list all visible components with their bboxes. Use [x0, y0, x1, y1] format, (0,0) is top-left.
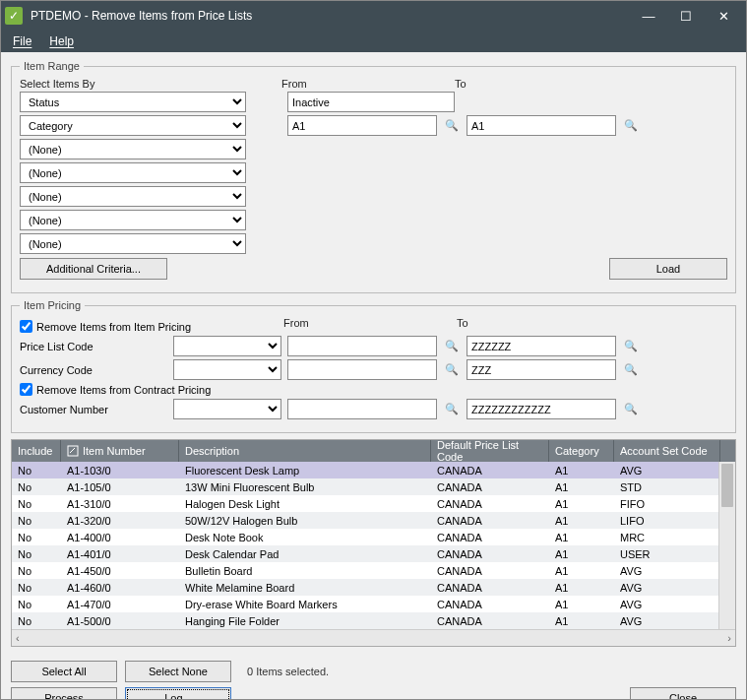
label-from-pricing: From	[283, 317, 457, 334]
item-pricing-group: Item Pricing Remove Items from Item Pric…	[11, 299, 736, 433]
lookup-icon[interactable]: 🔍	[622, 338, 640, 355]
table-row[interactable]: NoA1-460/0White Melamine BoardCANADAA1AV…	[12, 579, 735, 596]
process-button[interactable]: Process	[11, 687, 117, 700]
label-cc: Currency Code	[20, 364, 167, 376]
scrollbar-vertical[interactable]	[718, 462, 735, 629]
scroll-right-icon[interactable]: ›	[727, 632, 731, 644]
plc-to[interactable]	[467, 336, 616, 356]
label-to: To	[455, 78, 467, 90]
select-by-5[interactable]: (None)	[20, 210, 246, 230]
table-row[interactable]: NoA1-450/0Bulletin BoardCANADAA1AVG	[12, 562, 735, 579]
chk-remove-item-pricing[interactable]	[20, 320, 32, 333]
svg-rect-0	[68, 446, 78, 456]
plc-from[interactable]	[287, 336, 437, 356]
items-grid: Include Item Number Description Default …	[11, 439, 736, 647]
label-cust: Customer Number	[20, 404, 167, 415]
chk-remove-contract-pricing-label: Remove Items from Contract Pricing	[36, 384, 211, 396]
label-plc: Price List Code	[20, 341, 167, 352]
cc-to[interactable]	[467, 359, 616, 380]
item-range-legend: Item Range	[20, 60, 84, 72]
titlebar: ✓ PTDEMO - Remove Items from Price Lists…	[1, 1, 746, 31]
lookup-icon[interactable]: 🔍	[443, 117, 461, 135]
edit-icon	[67, 445, 79, 457]
col-category[interactable]: Category	[549, 440, 614, 462]
col-account-set[interactable]: Account Set Code	[614, 440, 720, 462]
lookup-icon[interactable]: 🔍	[622, 117, 640, 135]
scrollbar-horizontal[interactable]: ‹›	[12, 629, 735, 646]
cc-from[interactable]	[287, 359, 437, 380]
cust-to[interactable]	[467, 399, 616, 419]
lookup-icon[interactable]: 🔍	[622, 361, 640, 379]
select-by-6[interactable]: (None)	[20, 233, 246, 254]
grid-header: Include Item Number Description Default …	[12, 440, 735, 462]
close-button[interactable]: Close	[630, 687, 736, 700]
from-1[interactable]	[287, 115, 437, 136]
additional-criteria-button[interactable]: Additional Criteria...	[20, 258, 167, 280]
select-by-4[interactable]: (None)	[20, 186, 246, 207]
cust-from[interactable]	[287, 399, 437, 419]
item-range-group: Item Range Select Items By From To Statu…	[11, 60, 736, 293]
lookup-icon[interactable]: 🔍	[443, 338, 461, 355]
select-by-2[interactable]: (None)	[20, 139, 246, 159]
load-button[interactable]: Load	[609, 258, 727, 280]
col-default-plc[interactable]: Default Price List Code	[431, 440, 549, 462]
menu-help[interactable]: Help	[49, 34, 74, 48]
app-icon: ✓	[5, 7, 23, 25]
select-by-3[interactable]: (None)	[20, 162, 246, 183]
scroll-left-icon[interactable]: ‹	[16, 632, 20, 644]
table-row[interactable]: NoA1-320/050W/12V Halogen BulbCANADAA1LI…	[12, 512, 735, 529]
to-1[interactable]	[467, 115, 616, 136]
menu-file[interactable]: File	[13, 34, 31, 48]
maximize-button[interactable]: ☐	[667, 2, 705, 30]
status-text: 0 Items selected.	[247, 666, 329, 677]
item-pricing-legend: Item Pricing	[20, 299, 85, 311]
select-all-button[interactable]: Select All	[11, 661, 117, 682]
table-row[interactable]: NoA1-400/0Desk Note BookCANADAA1MRC	[12, 529, 735, 545]
label-select-by: Select Items By	[20, 78, 246, 90]
table-row[interactable]: NoA1-470/0Dry-erase White Board MarkersC…	[12, 596, 735, 612]
chk-remove-item-pricing-label: Remove Items from Item Pricing	[36, 321, 191, 333]
cc-select[interactable]	[173, 359, 281, 380]
menubar: File Help	[1, 31, 746, 52]
col-description[interactable]: Description	[179, 440, 431, 462]
table-row[interactable]: NoA1-500/0Hanging File FolderCANADAA1AVG	[12, 612, 735, 629]
log-button[interactable]: Log...	[125, 687, 231, 700]
col-include[interactable]: Include	[12, 440, 61, 462]
lookup-icon[interactable]: 🔍	[443, 361, 461, 379]
close-window-button[interactable]: ✕	[705, 2, 742, 30]
col-item-number[interactable]: Item Number	[61, 440, 179, 462]
lookup-icon[interactable]: 🔍	[622, 401, 640, 418]
table-row[interactable]: NoA1-310/0Halogen Desk LightCANADAA1FIFO	[12, 495, 735, 512]
select-by-1[interactable]: Category	[20, 115, 246, 136]
label-from: From	[281, 78, 455, 90]
select-by-0[interactable]: Status	[20, 92, 246, 112]
plc-select[interactable]	[173, 336, 281, 356]
table-row[interactable]: NoA1-103/0Fluorescent Desk LampCANADAA1A…	[12, 462, 735, 478]
minimize-button[interactable]: ―	[630, 2, 667, 30]
cust-select[interactable]	[173, 399, 281, 419]
chk-remove-contract-pricing[interactable]	[20, 383, 32, 396]
table-row[interactable]: NoA1-401/0Desk Calendar PadCANADAA1USER	[12, 545, 735, 562]
table-row[interactable]: NoA1-105/013W Mini Fluorescent BulbCANAD…	[12, 478, 735, 495]
lookup-icon[interactable]: 🔍	[443, 401, 461, 418]
from-0[interactable]	[287, 92, 455, 112]
window-title: PTDEMO - Remove Items from Price Lists	[31, 9, 630, 23]
select-none-button[interactable]: Select None	[125, 661, 231, 682]
label-to-pricing: To	[457, 317, 468, 334]
